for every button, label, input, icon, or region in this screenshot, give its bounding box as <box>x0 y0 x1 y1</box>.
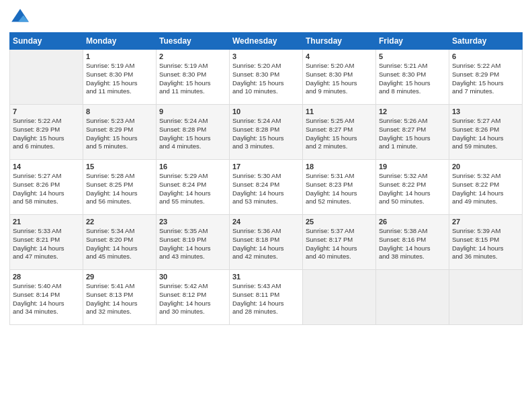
day-cell: 7Sunrise: 5:22 AM Sunset: 8:29 PM Daylig… <box>10 105 83 160</box>
day-number: 22 <box>86 218 153 226</box>
day-number: 6 <box>452 52 519 60</box>
day-number: 11 <box>306 107 373 116</box>
day-cell: 4Sunrise: 5:20 AM Sunset: 8:30 PM Daylig… <box>303 50 376 105</box>
day-cell <box>449 270 523 325</box>
logo <box>9 7 34 28</box>
day-cell: 12Sunrise: 5:26 AM Sunset: 8:27 PM Dayli… <box>376 105 449 160</box>
day-cell: 19Sunrise: 5:32 AM Sunset: 8:22 PM Dayli… <box>376 160 449 215</box>
day-info: Sunrise: 5:31 AM Sunset: 8:23 PM Dayligh… <box>306 172 373 206</box>
day-cell <box>10 50 83 105</box>
day-cell: 9Sunrise: 5:24 AM Sunset: 8:28 PM Daylig… <box>157 105 230 160</box>
day-number: 14 <box>13 163 80 171</box>
day-number: 19 <box>379 163 446 171</box>
col-header-thursday: Thursday <box>303 33 376 50</box>
day-cell: 27Sunrise: 5:39 AM Sunset: 8:15 PM Dayli… <box>449 215 523 270</box>
day-number: 18 <box>306 163 373 171</box>
day-cell: 20Sunrise: 5:32 AM Sunset: 8:22 PM Dayli… <box>449 160 523 215</box>
day-cell: 10Sunrise: 5:24 AM Sunset: 8:28 PM Dayli… <box>230 105 303 160</box>
col-header-monday: Monday <box>83 33 157 50</box>
day-info: Sunrise: 5:37 AM Sunset: 8:17 PM Dayligh… <box>306 227 373 261</box>
day-cell: 25Sunrise: 5:37 AM Sunset: 8:17 PM Dayli… <box>303 215 376 270</box>
day-cell: 16Sunrise: 5:29 AM Sunset: 8:24 PM Dayli… <box>157 160 230 215</box>
day-cell: 23Sunrise: 5:35 AM Sunset: 8:19 PM Dayli… <box>157 215 230 270</box>
day-cell <box>303 270 376 325</box>
day-cell: 26Sunrise: 5:38 AM Sunset: 8:16 PM Dayli… <box>376 215 449 270</box>
day-number: 17 <box>232 163 300 171</box>
page-container: SundayMondayTuesdayWednesdayThursdayFrid… <box>0 0 532 329</box>
day-number: 21 <box>13 218 80 226</box>
day-number: 10 <box>232 107 300 116</box>
day-cell: 31Sunrise: 5:43 AM Sunset: 8:11 PM Dayli… <box>230 270 303 325</box>
col-header-sunday: Sunday <box>10 33 83 50</box>
day-cell: 29Sunrise: 5:41 AM Sunset: 8:13 PM Dayli… <box>83 270 157 325</box>
day-info: Sunrise: 5:32 AM Sunset: 8:22 PM Dayligh… <box>452 172 519 206</box>
col-header-friday: Friday <box>376 33 449 50</box>
week-row-1: 1Sunrise: 5:19 AM Sunset: 8:30 PM Daylig… <box>10 50 523 105</box>
day-cell: 24Sunrise: 5:36 AM Sunset: 8:18 PM Dayli… <box>230 215 303 270</box>
day-number: 26 <box>379 218 446 226</box>
day-info: Sunrise: 5:39 AM Sunset: 8:15 PM Dayligh… <box>452 227 519 261</box>
day-cell: 28Sunrise: 5:40 AM Sunset: 8:14 PM Dayli… <box>10 270 83 325</box>
header <box>9 7 523 28</box>
day-number: 7 <box>13 107 80 116</box>
day-cell: 5Sunrise: 5:21 AM Sunset: 8:30 PM Daylig… <box>376 50 449 105</box>
day-info: Sunrise: 5:30 AM Sunset: 8:24 PM Dayligh… <box>232 172 300 206</box>
day-info: Sunrise: 5:24 AM Sunset: 8:28 PM Dayligh… <box>159 117 226 151</box>
day-cell: 3Sunrise: 5:20 AM Sunset: 8:30 PM Daylig… <box>230 50 303 105</box>
day-cell: 13Sunrise: 5:27 AM Sunset: 8:26 PM Dayli… <box>449 105 523 160</box>
day-info: Sunrise: 5:27 AM Sunset: 8:26 PM Dayligh… <box>13 172 80 206</box>
day-number: 16 <box>159 163 226 171</box>
day-cell: 15Sunrise: 5:28 AM Sunset: 8:25 PM Dayli… <box>83 160 157 215</box>
day-info: Sunrise: 5:20 AM Sunset: 8:30 PM Dayligh… <box>232 62 300 96</box>
day-number: 8 <box>86 107 153 116</box>
day-info: Sunrise: 5:34 AM Sunset: 8:20 PM Dayligh… <box>86 227 153 261</box>
day-cell: 22Sunrise: 5:34 AM Sunset: 8:20 PM Dayli… <box>83 215 157 270</box>
week-row-4: 21Sunrise: 5:33 AM Sunset: 8:21 PM Dayli… <box>10 215 523 270</box>
day-number: 31 <box>232 273 300 281</box>
day-info: Sunrise: 5:35 AM Sunset: 8:19 PM Dayligh… <box>159 227 226 261</box>
day-number: 29 <box>86 273 153 281</box>
day-number: 2 <box>159 52 226 60</box>
day-number: 27 <box>452 218 519 226</box>
day-info: Sunrise: 5:33 AM Sunset: 8:21 PM Dayligh… <box>13 227 80 261</box>
day-cell: 14Sunrise: 5:27 AM Sunset: 8:26 PM Dayli… <box>10 160 83 215</box>
day-info: Sunrise: 5:40 AM Sunset: 8:14 PM Dayligh… <box>13 282 80 316</box>
day-info: Sunrise: 5:22 AM Sunset: 8:29 PM Dayligh… <box>452 62 519 96</box>
day-cell: 21Sunrise: 5:33 AM Sunset: 8:21 PM Dayli… <box>10 215 83 270</box>
day-info: Sunrise: 5:41 AM Sunset: 8:13 PM Dayligh… <box>86 282 153 316</box>
day-info: Sunrise: 5:23 AM Sunset: 8:29 PM Dayligh… <box>86 117 153 151</box>
day-info: Sunrise: 5:27 AM Sunset: 8:26 PM Dayligh… <box>452 117 519 151</box>
header-row: SundayMondayTuesdayWednesdayThursdayFrid… <box>10 33 523 50</box>
day-info: Sunrise: 5:38 AM Sunset: 8:16 PM Dayligh… <box>379 227 446 261</box>
day-cell: 1Sunrise: 5:19 AM Sunset: 8:30 PM Daylig… <box>83 50 157 105</box>
day-info: Sunrise: 5:29 AM Sunset: 8:24 PM Dayligh… <box>159 172 226 206</box>
day-number: 25 <box>306 218 373 226</box>
day-cell <box>376 270 449 325</box>
day-cell: 6Sunrise: 5:22 AM Sunset: 8:29 PM Daylig… <box>449 50 523 105</box>
col-header-saturday: Saturday <box>449 33 523 50</box>
week-row-5: 28Sunrise: 5:40 AM Sunset: 8:14 PM Dayli… <box>10 270 523 325</box>
logo-icon <box>9 7 31 28</box>
day-info: Sunrise: 5:36 AM Sunset: 8:18 PM Dayligh… <box>232 227 300 261</box>
day-info: Sunrise: 5:26 AM Sunset: 8:27 PM Dayligh… <box>379 117 446 151</box>
day-number: 28 <box>13 273 80 281</box>
col-header-tuesday: Tuesday <box>157 33 230 50</box>
day-info: Sunrise: 5:19 AM Sunset: 8:30 PM Dayligh… <box>86 62 153 96</box>
day-cell: 2Sunrise: 5:19 AM Sunset: 8:30 PM Daylig… <box>157 50 230 105</box>
day-info: Sunrise: 5:43 AM Sunset: 8:11 PM Dayligh… <box>232 282 300 316</box>
day-cell: 17Sunrise: 5:30 AM Sunset: 8:24 PM Dayli… <box>230 160 303 215</box>
day-number: 23 <box>159 218 226 226</box>
day-info: Sunrise: 5:19 AM Sunset: 8:30 PM Dayligh… <box>159 62 226 96</box>
day-cell: 11Sunrise: 5:25 AM Sunset: 8:27 PM Dayli… <box>303 105 376 160</box>
col-header-wednesday: Wednesday <box>230 33 303 50</box>
day-number: 20 <box>452 163 519 171</box>
day-number: 5 <box>379 52 446 60</box>
day-cell: 8Sunrise: 5:23 AM Sunset: 8:29 PM Daylig… <box>83 105 157 160</box>
day-info: Sunrise: 5:22 AM Sunset: 8:29 PM Dayligh… <box>13 117 80 151</box>
day-number: 12 <box>379 107 446 116</box>
day-number: 4 <box>306 52 373 60</box>
day-number: 15 <box>86 163 153 171</box>
day-info: Sunrise: 5:25 AM Sunset: 8:27 PM Dayligh… <box>306 117 373 151</box>
calendar-table: SundayMondayTuesdayWednesdayThursdayFrid… <box>9 32 523 325</box>
day-cell: 18Sunrise: 5:31 AM Sunset: 8:23 PM Dayli… <box>303 160 376 215</box>
